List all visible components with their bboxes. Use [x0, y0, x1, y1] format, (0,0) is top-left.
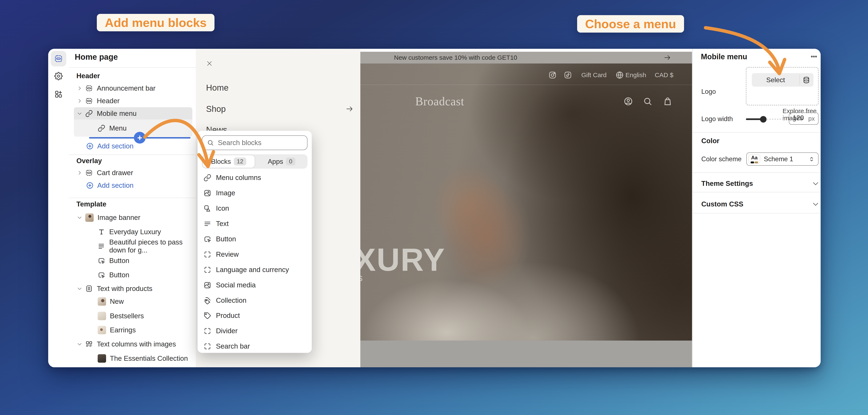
announcement-arrow-icon[interactable]: [663, 54, 672, 62]
brackets-icon: [204, 251, 211, 258]
logo-width-unit: px: [808, 115, 815, 122]
logo-picker-dropzone: Select Explore free images: [746, 67, 818, 105]
announcement-text: New customers save 10% with code GET10: [394, 54, 517, 61]
block-option-button[interactable]: Button: [198, 232, 312, 247]
select-image-button[interactable]: Select: [752, 73, 813, 87]
group-overlay: Overlay: [76, 157, 102, 165]
search-blocks-input[interactable]: [217, 139, 303, 147]
text-icon: [204, 220, 211, 228]
accordion-theme-settings[interactable]: Theme Settings: [701, 179, 753, 187]
color-heading: Color: [701, 137, 719, 145]
tab-blocks[interactable]: Blocks 12: [202, 155, 255, 168]
chevron-right-icon: [77, 170, 82, 176]
swatch-dark: [750, 162, 754, 163]
app-embeds-icon[interactable]: [54, 90, 63, 98]
bestsellers-thumbnail: [98, 312, 106, 320]
block-option-social-media[interactable]: Social media: [198, 277, 312, 292]
account-icon[interactable]: [623, 97, 633, 106]
sidebar-item-text-columns-with-images[interactable]: Text columns with images: [69, 338, 196, 350]
sections-tab[interactable]: [51, 51, 66, 66]
chevron-down-icon: [77, 341, 82, 347]
block-option-icon[interactable]: Icon: [198, 201, 312, 216]
settings-panel: Mobile menu Logo Select Explore free ima…: [692, 49, 820, 367]
cart-bag-icon[interactable]: [663, 97, 673, 106]
annotation-add-menu-blocks: Add menu blocks: [97, 14, 215, 31]
chevron-down-icon[interactable]: [812, 180, 819, 187]
language-selector[interactable]: English: [625, 71, 646, 79]
chevron-right-icon: [77, 98, 82, 104]
more-options-icon[interactable]: [808, 53, 820, 60]
block-option-divider[interactable]: Divider: [198, 323, 312, 339]
select-chevrons-icon: [808, 155, 815, 163]
block-option-language-currency[interactable]: Language and currency: [198, 262, 312, 277]
brackets-icon: [204, 266, 211, 274]
instagram-icon[interactable]: [548, 71, 557, 79]
sidebar-item-beautiful-pieces[interactable]: Beautiful pieces to pass down for g...: [69, 240, 196, 252]
sidebar-item-cart-drawer[interactable]: Cart drawer: [69, 167, 196, 179]
close-icon[interactable]: [206, 60, 213, 67]
sidebar-item-image-banner[interactable]: Image banner: [69, 211, 196, 224]
accordion-custom-css[interactable]: Custom CSS: [701, 200, 743, 208]
sidebar-item-earrings[interactable]: Earrings: [69, 324, 196, 336]
sidebar-item-essentials-collection[interactable]: The Essentials Collection: [69, 352, 196, 365]
sidebar-item-announcement-bar[interactable]: Announcement bar: [69, 82, 196, 95]
arrow-right-icon[interactable]: [345, 105, 354, 113]
sidebar-item-everyday-luxury[interactable]: Everyday Luxury: [69, 226, 196, 238]
block-option-collection[interactable]: Collection: [198, 293, 312, 308]
theme-editor-window: Home page Header Announcement bar Header…: [48, 49, 820, 367]
block-option-menu-columns[interactable]: Menu columns: [198, 170, 312, 185]
section-icon: [85, 84, 93, 92]
block-option-product[interactable]: Product: [198, 308, 312, 323]
document-icon: [85, 285, 93, 292]
brackets-icon: [204, 343, 211, 350]
hero-headline: XURY: [360, 241, 445, 278]
add-section-button-overlay[interactable]: Add section: [69, 179, 196, 192]
media-library-icon[interactable]: [802, 76, 810, 84]
logo-width-input[interactable]: [792, 114, 808, 122]
logo-label: Logo: [701, 88, 716, 96]
block-option-review[interactable]: Review: [198, 247, 312, 262]
gift-card-link[interactable]: Gift Card: [581, 71, 607, 79]
theme-settings-gear-icon[interactable]: [54, 72, 63, 80]
search-blocks-field[interactable]: [202, 135, 308, 150]
drawer-item-home[interactable]: Home: [206, 83, 228, 93]
sidebar-item-button-2[interactable]: Button: [69, 269, 196, 281]
chevron-down-icon[interactable]: [812, 200, 819, 208]
tags-icon: [204, 297, 211, 304]
annotation-choose-a-menu: Choose a menu: [577, 15, 684, 33]
sidebar-item-bestsellers[interactable]: Bestsellers: [69, 310, 196, 322]
color-scheme-label: Color scheme: [701, 155, 742, 163]
announcement-bar: New customers save 10% with code GET10: [360, 52, 692, 64]
columns-icon: [85, 340, 93, 348]
sidebar-item-button-1[interactable]: Button: [69, 254, 196, 267]
add-section-button-header[interactable]: Add section: [69, 140, 196, 152]
button-cursor-icon: [204, 235, 211, 243]
tab-apps[interactable]: Apps 0: [255, 154, 308, 169]
store-logo[interactable]: Broadcast: [415, 95, 464, 108]
storefront-preview: New customers save 10% with code GET10 G…: [360, 52, 692, 367]
search-icon[interactable]: [643, 97, 652, 106]
tiktok-icon[interactable]: [563, 71, 572, 79]
sidebar-item-menu[interactable]: Menu: [69, 122, 196, 135]
sidebar-item-new[interactable]: New: [69, 295, 196, 308]
block-option-search-bar[interactable]: Search bar: [198, 339, 312, 354]
color-scheme-select[interactable]: Aa Scheme 1: [746, 152, 818, 166]
currency-selector[interactable]: CAD $: [655, 71, 673, 79]
panel-title: Mobile menu: [701, 53, 747, 61]
block-option-text[interactable]: Text: [198, 216, 312, 231]
sidebar-item-header[interactable]: Header: [69, 95, 196, 107]
sidebar-item-mobile-menu[interactable]: Mobile menu: [69, 107, 196, 120]
section-icon: [85, 169, 93, 177]
image-banner-thumbnail: [85, 213, 94, 222]
sidebar-item-text-with-products[interactable]: Text with products: [69, 282, 196, 295]
link-icon: [204, 174, 211, 182]
block-option-image[interactable]: Image: [198, 185, 312, 201]
color-scheme-value: Scheme 1: [764, 155, 793, 163]
drawer-item-shop[interactable]: Shop: [206, 104, 226, 114]
hero-image: [360, 64, 692, 341]
heading-text-icon: [98, 228, 105, 236]
new-thumbnail: [98, 297, 106, 306]
tag-icon: [204, 312, 211, 319]
hero-text-fragment: s: [360, 272, 363, 283]
logo-width-slider-thumb[interactable]: [760, 116, 767, 123]
